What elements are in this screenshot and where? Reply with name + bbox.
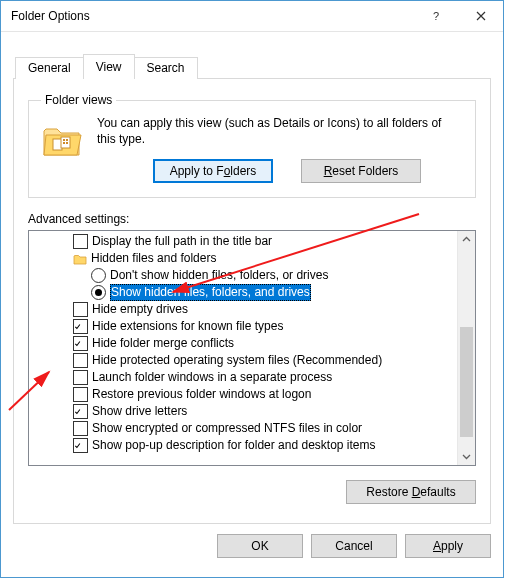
- folder-small-icon: [73, 252, 87, 266]
- tab-search[interactable]: Search: [134, 57, 198, 79]
- tab-panel-view: Folder views You can apply thi: [13, 78, 491, 524]
- tree-item-label: Show hidden files, folders, and drives: [110, 284, 311, 301]
- tree-item-hide-protected[interactable]: Hide protected operating system files (R…: [31, 352, 457, 369]
- checkbox-icon[interactable]: [73, 353, 88, 368]
- tab-general[interactable]: General: [15, 57, 84, 79]
- folder-views-legend: Folder views: [41, 93, 116, 107]
- reset-folders-button[interactable]: Reset Folders: [301, 159, 421, 183]
- tree-item-label: Hide extensions for known file types: [92, 318, 283, 335]
- tree-item-label: Show pop-up description for folder and d…: [92, 437, 376, 454]
- svg-rect-5: [63, 142, 65, 144]
- folder-views-text: You can apply this view (such as Details…: [97, 115, 463, 147]
- tree-item-label: Restore previous folder windows at logon: [92, 386, 311, 403]
- tree-item-restore-windows[interactable]: Restore previous folder windows at logon: [31, 386, 457, 403]
- tab-view[interactable]: View: [83, 54, 135, 79]
- checkbox-icon[interactable]: [73, 302, 88, 317]
- window-controls: ?: [413, 1, 503, 31]
- scroll-up-icon[interactable]: [458, 231, 475, 248]
- folder-options-window: Folder Options ? General View Search Fol…: [0, 0, 504, 578]
- checkbox-icon[interactable]: [73, 336, 88, 351]
- advanced-settings-tree: Display the full path in the title bar H…: [28, 230, 476, 466]
- ok-button[interactable]: OK: [217, 534, 303, 558]
- checkbox-icon[interactable]: [73, 438, 88, 453]
- svg-rect-6: [66, 142, 68, 144]
- svg-rect-3: [63, 139, 65, 141]
- tree-viewport[interactable]: Display the full path in the title bar H…: [29, 231, 457, 465]
- tree-item-label: Hidden files and folders: [91, 250, 216, 267]
- folder-views-group: Folder views You can apply thi: [28, 93, 476, 198]
- tree-item-label: Show encrypted or compressed NTFS files …: [92, 420, 362, 437]
- titlebar: Folder Options ?: [1, 1, 503, 32]
- apply-button[interactable]: Apply: [405, 534, 491, 558]
- tree-item-hide-merge[interactable]: Hide folder merge conflicts: [31, 335, 457, 352]
- checkbox-icon[interactable]: [73, 404, 88, 419]
- cancel-button[interactable]: Cancel: [311, 534, 397, 558]
- window-title: Folder Options: [1, 9, 90, 23]
- tree-item-label: Display the full path in the title bar: [92, 233, 272, 250]
- tree-item-launch-separate[interactable]: Launch folder windows in a separate proc…: [31, 369, 457, 386]
- dialog-buttons: OK Cancel Apply: [1, 524, 503, 570]
- tree-item-full-path[interactable]: Display the full path in the title bar: [31, 233, 457, 250]
- checkbox-icon[interactable]: [73, 234, 88, 249]
- radio-icon[interactable]: [91, 268, 106, 283]
- tree-item-label: Hide protected operating system files (R…: [92, 352, 382, 369]
- tree-item-dont-show-hidden[interactable]: Don't show hidden files, folders, or dri…: [31, 267, 457, 284]
- checkbox-icon[interactable]: [73, 319, 88, 334]
- tree-item-ntfs-color[interactable]: Show encrypted or compressed NTFS files …: [31, 420, 457, 437]
- svg-rect-2: [61, 137, 70, 148]
- restore-defaults-button[interactable]: Restore Defaults: [346, 480, 476, 504]
- advanced-settings-label: Advanced settings:: [28, 212, 476, 226]
- tree-group-hidden[interactable]: Hidden files and folders: [31, 250, 457, 267]
- scroll-thumb[interactable]: [460, 327, 473, 437]
- tree-item-show-hidden[interactable]: Show hidden files, folders, and drives: [31, 284, 457, 301]
- checkbox-icon[interactable]: [73, 387, 88, 402]
- tree-item-label: Hide empty drives: [92, 301, 188, 318]
- help-button[interactable]: ?: [413, 1, 458, 31]
- svg-rect-4: [66, 139, 68, 141]
- tree-item-label: Don't show hidden files, folders, or dri…: [110, 267, 328, 284]
- tree-item-hide-empty[interactable]: Hide empty drives: [31, 301, 457, 318]
- svg-text:?: ?: [432, 10, 438, 22]
- scrollbar[interactable]: [457, 231, 475, 465]
- folder-icon: [41, 119, 83, 161]
- apply-to-folders-button[interactable]: Apply to Folders: [153, 159, 273, 183]
- tree-item-label: Show drive letters: [92, 403, 187, 420]
- checkbox-icon[interactable]: [73, 421, 88, 436]
- tree-item-label: Hide folder merge conflicts: [92, 335, 234, 352]
- tree-item-drive-letters[interactable]: Show drive letters: [31, 403, 457, 420]
- radio-icon[interactable]: [91, 285, 106, 300]
- tree-item-hide-ext[interactable]: Hide extensions for known file types: [31, 318, 457, 335]
- tree-item-popup-desc[interactable]: Show pop-up description for folder and d…: [31, 437, 457, 454]
- tree-item-label: Launch folder windows in a separate proc…: [92, 369, 332, 386]
- close-button[interactable]: [458, 1, 503, 31]
- tabstrip: General View Search: [1, 32, 503, 78]
- client-area: General View Search Folder views: [1, 32, 503, 577]
- scroll-down-icon[interactable]: [458, 448, 475, 465]
- checkbox-icon[interactable]: [73, 370, 88, 385]
